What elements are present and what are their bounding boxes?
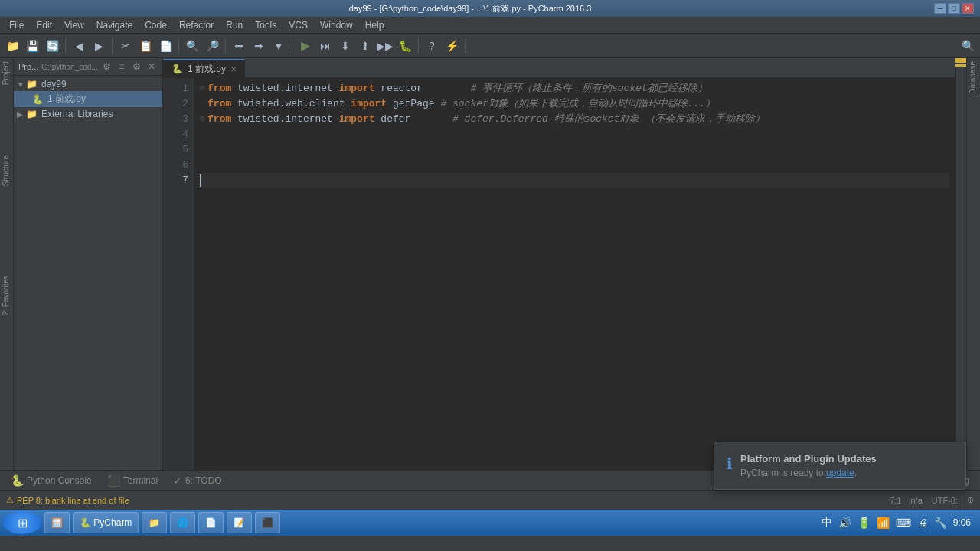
toolbar: 📁 💾 🔄 ◀ ▶ ✂ 📋 📄 🔍 🔎 ⬅ ➡ ▼ ▶ ⏭ ⬇ ⬆ ▶▶ 🐛 ?… [0, 34, 980, 58]
menu-file[interactable]: File [3, 18, 30, 32]
tree-item-external[interactable]: ▶ 📁 External Libraries [14, 107, 162, 121]
menu-navigate[interactable]: Navigate [90, 18, 139, 32]
taskbar-app-explorer[interactable]: 📁 [142, 512, 167, 533]
code-editor[interactable]: 1 2 3 4 5 6 7 ⊖ from twisted.internet im… [163, 78, 956, 470]
start-button[interactable]: ⊞ [3, 511, 41, 534]
fold-marker-1[interactable]: ⊖ [200, 81, 204, 96]
menu-view[interactable]: View [58, 18, 90, 32]
maximize-button[interactable]: □ [948, 3, 960, 14]
terminal-label: Terminal [123, 475, 158, 486]
status-info-icon: ⊕ [967, 495, 974, 505]
tray-time: 9:06 [953, 517, 971, 528]
code-line-4 [200, 127, 949, 142]
tray-icon-4[interactable]: 📶 [877, 517, 890, 529]
toolbar-separator-5 [292, 38, 292, 54]
taskbar-app-python[interactable]: 🐍 PyCharm [73, 512, 139, 533]
code-content[interactable]: ⊖ from twisted.internet import reactor #… [194, 78, 956, 470]
comment-1: # 事件循环（终止条件，所有的socket都已经移除） [470, 81, 707, 96]
notification-body-text: PyCharm is ready to [740, 468, 826, 478]
notification-period: . [854, 468, 857, 478]
forward-button[interactable]: ▶ [90, 37, 108, 55]
project-tab[interactable]: Project [0, 58, 13, 88]
menu-refactor[interactable]: Refactor [173, 18, 220, 32]
menu-window[interactable]: Window [314, 18, 359, 32]
status-bar: ⚠ PEP 8: blank line at end of file 7:1 n… [0, 490, 980, 510]
project-panel-title: Pro... [18, 62, 38, 71]
python-console-tab[interactable]: 🐍 Python Console [3, 471, 100, 490]
tree-label-file: 1.前戏.py [47, 93, 86, 106]
tray-icon-3[interactable]: 🔋 [858, 517, 871, 529]
debug-button[interactable]: 🐛 [396, 37, 414, 55]
taskbar-app-doc[interactable]: 📄 [198, 512, 224, 533]
fold-marker-3[interactable]: ⊖ [200, 112, 204, 127]
taskbar-app-browser[interactable]: 🌐 [170, 512, 195, 533]
menu-code[interactable]: Code [139, 18, 173, 32]
taskbar-app-extra[interactable]: ⬛ [255, 512, 280, 533]
right-sidebar-tabs: Database [966, 58, 980, 470]
resume-button[interactable]: ▶▶ [376, 37, 394, 55]
taskbar-app-word[interactable]: 📝 [227, 512, 252, 533]
warning-icon: ⚠ [6, 495, 14, 505]
tray-icon-5[interactable]: ⌨ [896, 517, 911, 529]
sync-button[interactable]: 🔄 [43, 37, 61, 55]
tray-icon-6[interactable]: 🖨 [917, 517, 928, 529]
kw-from-2: from [207, 96, 231, 112]
structure-tab[interactable]: Structure [0, 149, 13, 193]
help-toolbar-button[interactable]: ? [423, 37, 441, 55]
run-button[interactable]: ▶ [296, 37, 315, 55]
menu-help[interactable]: Help [359, 18, 390, 32]
minimize-button[interactable]: ─ [934, 3, 946, 14]
prev-occurrence-button[interactable]: ⬅ [230, 37, 248, 55]
step-into-button[interactable]: ⬇ [336, 37, 354, 55]
live-edit-button[interactable]: ⚡ [443, 37, 461, 55]
tray-icon-7[interactable]: 🔧 [934, 517, 947, 529]
step-over-button[interactable]: ⏭ [316, 37, 335, 55]
taskbar-app-1[interactable]: 🪟 [44, 512, 70, 533]
project-settings-button[interactable]: ⚙ [101, 60, 113, 73]
toolbar-separator-2 [112, 38, 113, 54]
project-extra-button[interactable]: ⚙ [131, 60, 143, 73]
database-tab[interactable]: Database [967, 58, 978, 97]
py-file-icon: 🐍 [32, 94, 44, 105]
dropdown-button[interactable]: ▼ [270, 37, 288, 55]
save-button[interactable]: 💾 [23, 37, 41, 55]
menu-vcs[interactable]: VCS [283, 18, 314, 32]
menu-tools[interactable]: Tools [249, 18, 283, 32]
status-encoding: UTF-8: [932, 496, 958, 505]
search-button[interactable]: 🔍 [183, 37, 201, 55]
close-button[interactable]: ✕ [962, 3, 974, 14]
global-search-button[interactable]: 🔍 [959, 37, 977, 55]
todo-tab[interactable]: ✓ 6: TODO [165, 471, 230, 490]
copy-button[interactable]: 📋 [136, 37, 155, 55]
line-num-4: 4 [163, 127, 188, 142]
menu-edit[interactable]: Edit [30, 18, 58, 32]
favorites-tab[interactable]: 2: Favorites [0, 269, 13, 321]
project-close-button[interactable]: ✕ [145, 60, 158, 73]
tree-item-file[interactable]: 🐍 1.前戏.py [14, 91, 162, 107]
find-usages-button[interactable]: 🔎 [203, 37, 221, 55]
line-num-1: 1 [163, 81, 188, 96]
tree-arrow-day99: ▼ [17, 80, 26, 89]
tab-file-icon: 🐍 [172, 64, 183, 74]
right-error-gutter [956, 58, 966, 470]
tab-file-label: 1.前戏.py [188, 63, 226, 76]
open-folder-button[interactable]: 📁 [3, 37, 21, 55]
tray-icon-2[interactable]: 🔊 [838, 517, 851, 529]
step-out-button[interactable]: ⬆ [356, 37, 374, 55]
toolbar-separator-1 [65, 38, 66, 54]
tab-file[interactable]: 🐍 1.前戏.py ✕ [163, 59, 245, 77]
cut-button[interactable]: ✂ [116, 37, 135, 55]
terminal-tab[interactable]: ⬛ Terminal [100, 471, 165, 490]
next-occurrence-button[interactable]: ➡ [250, 37, 268, 55]
paste-button[interactable]: 📄 [156, 37, 175, 55]
back-button[interactable]: ◀ [70, 37, 88, 55]
code-line-6 [200, 158, 949, 173]
menu-run[interactable]: Run [220, 18, 249, 32]
todo-icon: ✓ [173, 474, 182, 487]
toolbar-separator-3 [178, 38, 179, 54]
tab-close-button[interactable]: ✕ [230, 65, 237, 73]
notification-update-link[interactable]: update [826, 468, 854, 478]
project-collapse-button[interactable]: ≡ [116, 60, 128, 73]
tray-icon-1[interactable]: 中 [822, 516, 832, 530]
tree-item-day99[interactable]: ▼ 📁 day99 [14, 77, 162, 91]
